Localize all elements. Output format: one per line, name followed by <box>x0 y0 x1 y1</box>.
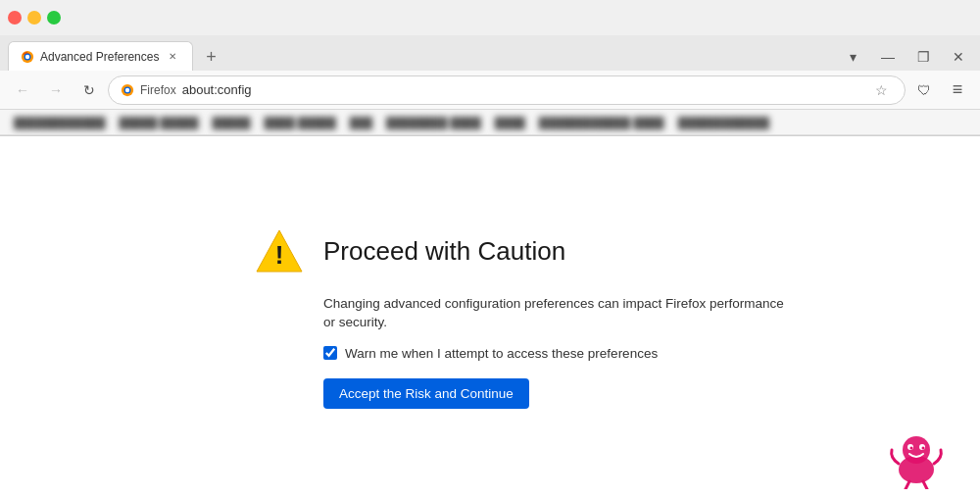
bookmark-item[interactable]: ████ █████ <box>259 115 342 130</box>
tab-label: Advanced Preferences <box>40 50 159 64</box>
address-text: about:config <box>182 82 863 97</box>
bookmark-item[interactable]: ███ <box>344 115 378 130</box>
bookmarks-bar: ████████████ █████ █████ █████ ████ ████… <box>0 110 980 135</box>
menu-button[interactable]: ≡ <box>943 75 972 105</box>
tab-close-button[interactable]: ✕ <box>165 49 180 65</box>
reload-button[interactable]: ↻ <box>74 75 104 105</box>
nav-bar: ← → ↻ Firefox about:config ☆ 🛡 ≡ <box>0 71 980 110</box>
accept-risk-button[interactable]: Accept the Risk and Continue <box>323 378 529 409</box>
browser-chrome: Advanced Preferences ✕ + ▾ — ❐ ✕ ← → ↻ F… <box>0 0 980 136</box>
bookmark-item[interactable]: ████████ ████ <box>380 115 487 130</box>
warn-checkbox[interactable] <box>323 346 337 360</box>
bookmark-star-button[interactable]: ☆ <box>869 78 893 102</box>
maximize-button[interactable] <box>47 11 61 25</box>
bookmark-item[interactable]: █████ █████ <box>114 115 205 130</box>
firefox-mascot <box>882 421 951 489</box>
svg-point-9 <box>903 436 930 464</box>
tabs-right-controls: ▾ — ❐ ✕ <box>839 43 972 71</box>
bookmark-item[interactable]: █████ <box>207 115 257 130</box>
tabs-bar: Advanced Preferences ✕ + ▾ — ❐ ✕ <box>0 35 980 71</box>
minimize-button[interactable] <box>27 11 41 25</box>
warn-checkbox-label: Warn me when I attempt to access these p… <box>345 346 658 361</box>
firefox-label: Firefox <box>140 83 176 97</box>
warning-description: Changing advanced configuration preferen… <box>323 295 784 332</box>
active-tab[interactable]: Advanced Preferences ✕ <box>8 41 193 71</box>
bookmark-item[interactable]: ████████████ <box>672 115 776 130</box>
svg-text:!: ! <box>275 240 284 270</box>
warning-icon: ! <box>255 226 304 275</box>
window-minimize-button[interactable]: — <box>874 43 902 71</box>
warning-container: ! Proceed with Caution Changing advanced… <box>196 226 784 409</box>
shield-button[interactable]: 🛡 <box>909 75 939 105</box>
nav-right-buttons: 🛡 ≡ <box>909 75 972 105</box>
forward-button[interactable]: → <box>41 75 71 105</box>
new-tab-button[interactable]: + <box>197 43 224 71</box>
bookmark-item[interactable]: ████████████ ████ <box>533 115 670 130</box>
page-content: ! Proceed with Caution Changing advanced… <box>0 136 980 498</box>
warn-checkbox-row: Warn me when I attempt to access these p… <box>323 346 784 361</box>
warning-header: ! Proceed with Caution <box>255 226 784 275</box>
svg-line-15 <box>923 481 927 489</box>
address-favicon <box>121 83 134 97</box>
svg-point-2 <box>25 54 29 58</box>
page-title: Proceed with Caution <box>323 236 565 267</box>
svg-line-14 <box>906 481 909 489</box>
svg-point-13 <box>922 447 925 450</box>
svg-point-12 <box>910 447 913 450</box>
bookmark-item[interactable]: ████ <box>489 115 531 130</box>
tabs-list-button[interactable]: ▾ <box>839 43 866 71</box>
bookmark-item[interactable]: ████████████ <box>8 115 112 130</box>
tab-favicon <box>21 50 34 64</box>
back-button[interactable]: ← <box>8 75 37 105</box>
warning-body: Changing advanced configuration preferen… <box>323 295 784 409</box>
window-restore-button[interactable]: ❐ <box>909 43 937 71</box>
window-controls <box>8 11 61 25</box>
address-bar[interactable]: Firefox about:config ☆ <box>108 75 906 105</box>
close-button[interactable] <box>8 11 22 25</box>
window-close-button[interactable]: ✕ <box>945 43 972 71</box>
svg-point-5 <box>125 87 129 91</box>
title-bar <box>0 0 980 35</box>
